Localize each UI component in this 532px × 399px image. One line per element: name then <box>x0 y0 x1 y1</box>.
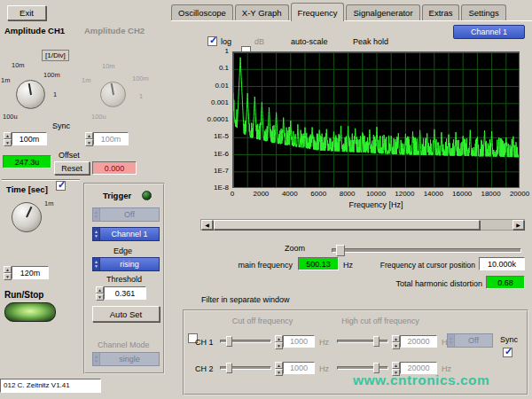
trigger-mode-dropdown[interactable]: ▲▼ Off <box>92 207 160 222</box>
ch2-amplitude-spinner[interactable]: ▲▼ <box>85 132 93 145</box>
exit-button[interactable]: Exit <box>7 5 46 20</box>
x-tick-label: 12000 <box>388 190 420 198</box>
y-tick-label: 0.1 <box>200 64 229 72</box>
threshold-label: Threshold <box>106 275 142 284</box>
db-label: dB <box>254 37 264 46</box>
ch2-high-unit: Hz <box>442 364 451 373</box>
filter-mode-dropdown[interactable]: ▲▼ Off <box>447 333 493 348</box>
ch1-scale-100u: 100u <box>3 113 18 121</box>
tab-signalgenerator[interactable]: Signalgenerator <box>346 4 419 21</box>
tab-strip: OscilloscopeX-Y GraphFrequencySignalgene… <box>171 2 508 21</box>
ch1-high-cutoff-value[interactable]: 20000 <box>400 335 437 348</box>
ch2-low-cutoff-value[interactable]: 1000 <box>283 362 315 374</box>
filter-sync-checkbox[interactable] <box>503 348 512 357</box>
threshold-spinner[interactable]: ▲▼ <box>96 286 104 300</box>
x-axis-title: Frequency [Hz] <box>232 200 520 209</box>
channel-select-button[interactable]: Channel 1 <box>453 25 525 39</box>
ch2-high-cutoff-value[interactable]: 20000 <box>400 362 437 374</box>
trigger-source-spinner-icon: ▲▼ <box>93 228 100 240</box>
x-tick-label: 2000 <box>245 190 277 198</box>
filter-mode-spinner-icon: ▲▼ <box>448 334 455 347</box>
trigger-edge-dropdown[interactable]: ▲▼ rising <box>92 257 160 271</box>
time-title: Time [sec] <box>6 184 48 194</box>
tab-x-y-graph[interactable]: X-Y Graph <box>235 4 289 21</box>
graph-scrollbar[interactable]: ◀ ▶ <box>200 219 525 231</box>
main-frequency-value: 500.13 <box>298 257 339 270</box>
y-tick-label: 0.001 <box>200 98 229 106</box>
ch2-high-cutoff-slider[interactable] <box>337 366 388 370</box>
zoom-slider-thumb[interactable] <box>336 245 345 256</box>
tab-oscilloscope[interactable]: Oscilloscope <box>171 4 233 21</box>
ch2-high-cutoff-spinner[interactable]: ▲▼ <box>392 362 400 374</box>
channel-select-label: Channel 1 <box>454 26 524 38</box>
filter-panel: Cut off frequency High cut off frequency… <box>183 309 528 395</box>
channel-mode-value: single <box>100 353 159 365</box>
main-frequency-unit: Hz <box>343 261 353 270</box>
time-scale-1m: 1m <box>44 200 53 207</box>
run-stop-button[interactable] <box>4 302 56 322</box>
tab-extras[interactable]: Extras <box>422 4 460 21</box>
tab-settings[interactable]: Settings <box>461 4 505 21</box>
time-knob[interactable] <box>12 202 42 232</box>
ch2-amplitude-value[interactable]: 100m <box>93 132 129 145</box>
spectrum-plot[interactable] <box>232 51 520 188</box>
amplitude-ch2-title: Amplitude CH2 <box>84 26 145 35</box>
time-knob-needle <box>26 207 32 218</box>
x-tick-label: 4000 <box>274 190 306 198</box>
x-tick-label: 10000 <box>360 190 392 198</box>
ch1-amplitude-value[interactable]: 100m <box>12 132 47 145</box>
ch1-low-cutoff-value[interactable]: 1000 <box>283 335 315 348</box>
ch1-low-unit: Hz <box>319 338 329 347</box>
x-tick-label: 6000 <box>302 190 334 198</box>
peak-hold-label: Peak hold <box>353 37 388 46</box>
amplitude-ch2-knob[interactable] <box>100 82 126 107</box>
ch1-low-cutoff-slider-thumb[interactable] <box>226 336 232 347</box>
x-tick-label: 20000 <box>504 190 532 198</box>
ch2-low-unit: Hz <box>319 364 329 373</box>
auto-set-button[interactable]: Auto Set <box>92 306 160 322</box>
y-tick-label: 0.01 <box>200 82 229 90</box>
time-value[interactable]: 120m <box>12 266 49 279</box>
scroll-right-button[interactable]: ▶ <box>512 220 524 230</box>
amplitude-sync-checkbox[interactable] <box>56 181 66 191</box>
channel-mode-label: Channel Mode <box>98 340 150 349</box>
amplitude-ch1-knob[interactable] <box>16 80 45 109</box>
filter-separate-window-label: Filter in separate window <box>201 295 290 304</box>
tab-frequency[interactable]: Frequency <box>291 3 345 21</box>
ch1-high-cutoff-spinner[interactable]: ▲▼ <box>392 335 400 348</box>
log-checkbox[interactable] <box>207 36 217 46</box>
cursor-frequency-value[interactable]: 10.000k <box>479 257 525 270</box>
y-tick-label: 1E-7 <box>200 167 229 175</box>
ch2-low-cutoff-spinner[interactable]: ▲▼ <box>275 362 283 374</box>
x-tick-label: 16000 <box>446 190 478 198</box>
x-tick-label: 14000 <box>418 190 450 198</box>
time-spinner[interactable]: ▲▼ <box>4 266 12 279</box>
ch2-low-cutoff-slider-thumb[interactable] <box>226 363 232 373</box>
ch1-high-cutoff-slider-thumb[interactable] <box>373 336 379 347</box>
scroll-left-button[interactable]: ◀ <box>201 220 213 230</box>
ch1-amplitude-spinner[interactable]: ▲▼ <box>4 132 12 145</box>
trigger-mode-spinner-icon: ▲▼ <box>93 208 100 221</box>
trigger-mode-value: Off <box>100 208 159 221</box>
ch1-knob-needle <box>27 83 31 95</box>
trigger-edge-value: rising <box>100 258 159 270</box>
scrollbar-thumb[interactable] <box>214 220 480 230</box>
trigger-source-dropdown[interactable]: ▲▼ Channel 1 <box>92 227 160 241</box>
log-label: log <box>221 37 231 46</box>
ch2-scale-1m: 1m <box>82 76 90 84</box>
ch1-high-cutoff-slider[interactable] <box>337 340 388 343</box>
channel-mode-dropdown[interactable]: ▲▼ single <box>92 352 160 366</box>
high-cutoff-header: High cut off frequency <box>314 317 447 325</box>
filter-mode-value: Off <box>455 334 492 347</box>
offset-reset-button[interactable]: Reset <box>54 161 90 175</box>
trigger-edge-spinner-icon: ▲▼ <box>93 258 100 270</box>
zoom-slider-track[interactable] <box>332 248 521 253</box>
y-tick-label: 0.0001 <box>200 115 229 123</box>
ch1-low-cutoff-spinner[interactable]: ▲▼ <box>275 335 283 348</box>
spectrum-chart-panel: Frequency [Hz] 10.10.010.0010.00011E-51E… <box>200 48 525 216</box>
main-frequency-label: main frequency <box>209 261 293 270</box>
ch2-high-cutoff-slider-thumb[interactable] <box>373 363 379 373</box>
threshold-value[interactable]: 0.361 <box>104 286 146 300</box>
x-tick-label: 18000 <box>475 190 507 198</box>
amplitude-sync-label: Sync <box>52 121 70 130</box>
